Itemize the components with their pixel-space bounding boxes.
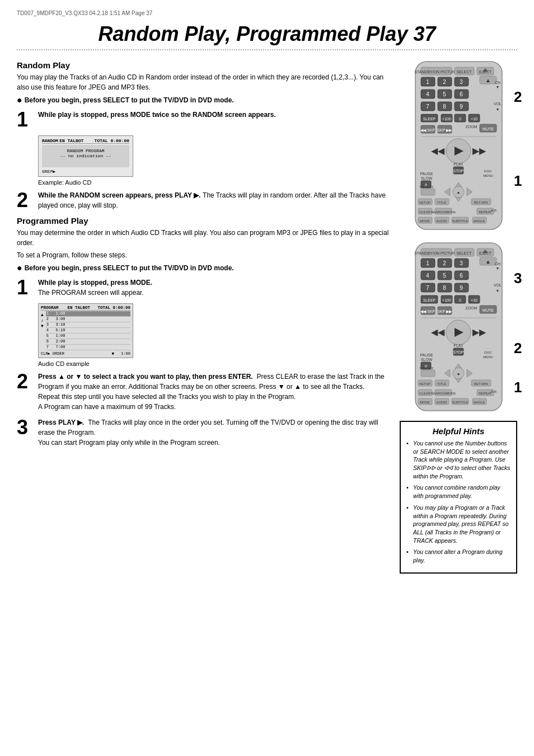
- svg-text:●: ●: [457, 190, 460, 195]
- prog-row-7: 7 7:00: [46, 345, 130, 350]
- svg-text:PLAY: PLAY: [453, 344, 463, 348]
- prog-example-caption: Audio CD example: [38, 360, 391, 367]
- svg-rect-158: [421, 370, 435, 377]
- svg-text:7: 7: [426, 285, 429, 291]
- svg-text:DISC: DISC: [484, 351, 492, 354]
- prog-step-1: 1 While play is stopped, press MODE. The…: [17, 278, 391, 298]
- svg-text:ZOOM: ZOOM: [465, 125, 477, 129]
- page-title-area: Random Play, Programmed Play 37: [17, 0, 517, 50]
- prog-rows: ▲ ♪ ▼ 1 1:00 2 3:00 3 3:10 4 5:10 5 1:00…: [41, 311, 130, 351]
- svg-text:7: 7: [426, 104, 429, 110]
- programmed-play-heading: Programmed Play: [17, 216, 391, 226]
- svg-text:2: 2: [443, 79, 446, 85]
- bullet-icon: ●: [17, 96, 22, 105]
- prog-row-4: 4 5:10: [46, 328, 130, 334]
- svg-text:SKP ▶▶: SKP ▶▶: [437, 309, 452, 313]
- svg-text:5: 5: [443, 273, 446, 279]
- svg-text:8: 8: [443, 285, 446, 291]
- svg-text:SUBTITLE: SUBTITLE: [452, 219, 468, 223]
- svg-text:A-B: A-B: [490, 390, 496, 393]
- svg-text:▼: ▼: [495, 107, 499, 111]
- svg-text:STANDBY/ON PICTURE: STANDBY/ON PICTURE: [414, 251, 458, 255]
- svg-text:9: 9: [460, 285, 463, 291]
- step-number-2: 2: [17, 190, 34, 210]
- top-remote-container: STANDBY/ON PICTURE SELECT EJECT ▲ 1 2 3 …: [410, 60, 508, 234]
- step-1-title: While play is stopped, press MODE twice …: [38, 110, 391, 120]
- remote-label-2b: 2: [514, 340, 522, 357]
- prog-step-number-2: 2: [17, 372, 34, 392]
- svg-text:▼: ▼: [495, 266, 499, 270]
- random-example-caption: Example: Audio CD: [38, 179, 391, 186]
- svg-text:CH: CH: [494, 262, 500, 266]
- prog-icons: ▲ ♪ ▼: [41, 311, 44, 351]
- svg-text:▲: ▲: [485, 77, 491, 83]
- svg-text:TITLE: TITLE: [437, 201, 446, 204]
- svg-text:TITLE: TITLE: [437, 382, 446, 386]
- random-play-section: Random Play You may play the Tracks of a…: [17, 60, 391, 210]
- svg-text:PLAY: PLAY: [453, 162, 463, 166]
- svg-text:SELECT: SELECT: [456, 251, 472, 255]
- programmed-play-bullet: ● Before you begin, press SELECT to put …: [17, 264, 391, 273]
- svg-text:SEARCH/MODE: SEARCH/MODE: [430, 210, 456, 214]
- hint-item-3: You may play a Program or a Track within…: [406, 504, 510, 544]
- screen-inner: RANDOM PROGRAM-- no indication --: [42, 145, 129, 167]
- svg-text:◀◀: ◀◀: [431, 327, 445, 337]
- prog-step-number-1: 1: [17, 278, 34, 298]
- svg-text:●: ●: [457, 372, 460, 377]
- programmed-play-section: Programmed Play You may determine the or…: [17, 216, 391, 448]
- svg-text:1: 1: [426, 79, 429, 85]
- svg-text:3: 3: [460, 79, 463, 85]
- top-remote: STANDBY/ON PICTURE SELECT EJECT ▲ 1 2 3 …: [410, 60, 508, 234]
- svg-text:▶▶: ▶▶: [472, 146, 486, 156]
- prog-step-1-body: The PROGRAM screen will appear.: [38, 288, 391, 298]
- prog-row-3: 3 3:10: [46, 322, 130, 328]
- programmed-play-body1: You may determine the order in which Aud…: [17, 228, 391, 248]
- svg-text:+100: +100: [442, 298, 451, 302]
- program-screen-example: PROGRAM EN TALBOT TOTAL 0:00:00 ▲ ♪ ▼ 1: [38, 303, 133, 359]
- svg-text:▲: ▲: [485, 259, 491, 265]
- svg-text:0: 0: [459, 117, 461, 121]
- svg-text:9: 9: [460, 104, 463, 110]
- remote-label-1b: 1: [514, 379, 522, 396]
- bottom-remote-container: STANDBY/ON PICTURE SELECT EJECT ▲ 1 2 3 …: [410, 242, 508, 415]
- programmed-play-body2: To set a Program, follow these steps.: [17, 250, 391, 260]
- prog-step-number-3: 3: [17, 417, 34, 438]
- prog-step-2: 2 Press ▲ or ▼ to select a track you wan…: [17, 372, 391, 412]
- random-screen-example: RANDOM EN TALBOT TOTAL 0:00:00 RANDOM PR…: [38, 135, 133, 177]
- bullet-icon-2: ●: [17, 264, 22, 273]
- svg-text:4: 4: [426, 91, 429, 97]
- hint-item-2: You cannot combine random play with prog…: [406, 483, 510, 500]
- svg-text:RETURN: RETURN: [474, 382, 488, 386]
- svg-text:VOL: VOL: [493, 283, 501, 287]
- remote-label-3: 3: [514, 270, 522, 287]
- svg-text:ANGLE: ANGLE: [473, 401, 484, 404]
- svg-text:MENU: MENU: [483, 174, 493, 177]
- prog-step-3: 3 Press PLAY ▶. The Tracks will play onc…: [17, 417, 391, 448]
- random-play-heading: Random Play: [17, 60, 391, 70]
- svg-text:SUBTITLE: SUBTITLE: [452, 401, 468, 404]
- prog-list: 1 1:00 2 3:00 3 3:10 4 5:10 5 1:00 6 2:0…: [46, 311, 130, 351]
- prog-footer: CLR▶ ORDER ■ 1:00: [41, 351, 130, 356]
- svg-text:DISC: DISC: [484, 170, 492, 173]
- right-column: STANDBY/ON PICTURE SELECT EJECT ▲ 1 2 3 …: [400, 60, 517, 574]
- svg-text:A-B: A-B: [490, 209, 496, 212]
- prog-step-1-content: While play is stopped, press MODE. The P…: [38, 278, 391, 298]
- bottom-remote: STANDBY/ON PICTURE SELECT EJECT ▲ 1 2 3 …: [410, 242, 508, 415]
- main-content: Random Play You may play the Tracks of a…: [0, 50, 534, 585]
- svg-text:6: 6: [460, 273, 463, 279]
- svg-text:MODE: MODE: [420, 401, 430, 404]
- helpful-hints-box: Helpful Hints You cannot use the Number …: [400, 421, 517, 574]
- prog-step-1-title: While play is stopped, press MODE.: [38, 278, 391, 288]
- svg-text:CH: CH: [494, 81, 500, 84]
- svg-text:SELECT: SELECT: [456, 70, 472, 74]
- svg-text:+10: +10: [471, 117, 477, 121]
- prog-row-2: 2 3:00: [46, 317, 130, 322]
- svg-text:8: 8: [443, 104, 446, 110]
- prog-step-3-body: The Tracks will play once in the order y…: [38, 419, 378, 447]
- svg-text:ZOOM: ZOOM: [465, 306, 477, 310]
- svg-text:AUDIO: AUDIO: [436, 401, 447, 404]
- svg-text:SLEEP: SLEEP: [423, 117, 435, 121]
- hint-item-1: You cannot use the Number buttons or SEA…: [406, 439, 510, 480]
- step-1-content: While play is stopped, press MODE twice …: [38, 110, 391, 120]
- svg-text:6: 6: [460, 91, 463, 97]
